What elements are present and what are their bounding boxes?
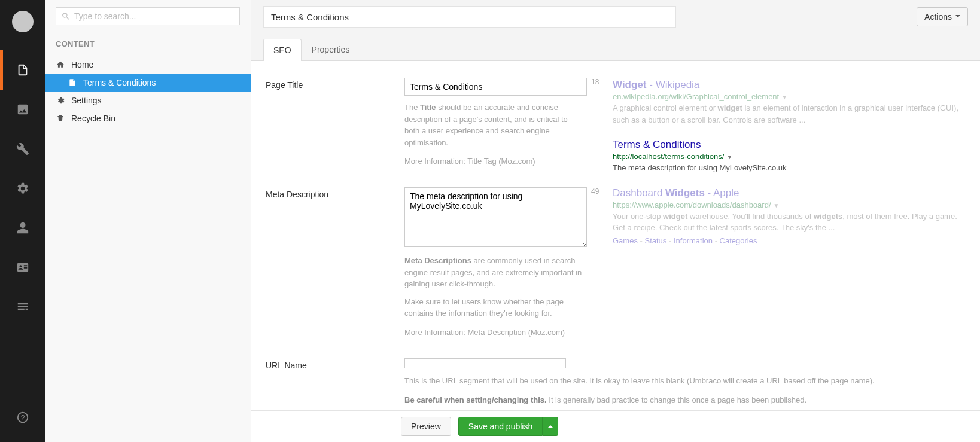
serp-title: Dashboard Widgets - Apple [613, 187, 966, 199]
gear-icon [16, 182, 29, 195]
tree-item-label: Settings [71, 96, 102, 105]
serp-links: Games - Status - Information - Categorie… [613, 236, 966, 245]
serp-item-active: Terms & Conditions http://localhost/term… [613, 139, 966, 174]
chevron-down-icon: ▼ [726, 154, 732, 160]
serp-url: en.wikipedia.org/wiki/Graphical_control_… [613, 92, 966, 101]
tree-item-terms[interactable]: Terms & Conditions [45, 74, 251, 92]
serp-url: http://localhost/terms-conditions/▼ [613, 152, 966, 161]
serp-title: Terms & Conditions [613, 139, 966, 151]
serp-url: https://www.apple.com/downloads/dashboar… [613, 200, 966, 209]
footer-bar: Preview Save and publish [251, 410, 980, 442]
save-publish-toggle[interactable] [543, 417, 558, 436]
more-info: More Information: Title Tag (Moz.com) [404, 157, 589, 166]
content-tree: Home Terms & Conditions Settings Recycle… [45, 53, 251, 127]
svg-text:?: ? [20, 414, 25, 422]
nav-forms[interactable] [0, 287, 45, 327]
help-text: Meta Descriptions are commonly used in s… [404, 255, 584, 290]
preview-button[interactable]: Preview [401, 417, 451, 436]
serp-item: Widget - Wikipedia en.wikipedia.org/wiki… [613, 79, 966, 126]
user-icon [16, 221, 29, 234]
serp-desc: The meta description for using MyLovelyS… [613, 162, 966, 174]
tab-seo[interactable]: SEO [263, 39, 302, 61]
serp-title: Widget - Wikipedia [613, 79, 966, 91]
page-title-input[interactable] [404, 78, 587, 96]
nav-media[interactable] [0, 90, 45, 129]
avatar[interactable] [12, 11, 34, 32]
serp-item: Dashboard Widgets - Apple https://www.ap… [613, 187, 966, 245]
section-label: CONTENT [45, 32, 251, 53]
chevron-down-icon: ▼ [781, 94, 787, 100]
trash-icon [56, 114, 65, 123]
tree-item-label: Recycle Bin [71, 114, 115, 123]
url-help-block: This is the URL segment that will be use… [251, 368, 980, 410]
meta-description-input[interactable] [404, 187, 587, 247]
more-info-link[interactable]: Meta Description (Moz.com) [468, 328, 565, 337]
save-publish-split: Save and publish [458, 417, 558, 436]
id-card-icon [16, 261, 29, 274]
help-icon: ? [16, 411, 29, 424]
nav-developer[interactable] [0, 169, 45, 208]
more-info-link[interactable]: Title Tag (Moz.com) [467, 157, 535, 166]
tab-content: Page Title 18 The Title should be an acc… [251, 61, 980, 417]
help-text: The Title should be an accurate and conc… [404, 102, 584, 148]
save-publish-button[interactable]: Save and publish [458, 417, 543, 436]
nav-members[interactable] [0, 248, 45, 287]
char-counter: 49 [591, 187, 599, 196]
tree-item-label: Home [71, 60, 93, 69]
document-icon [68, 78, 77, 87]
serp-desc: Your one-stop widget warehouse. You'll f… [613, 211, 966, 234]
nav-content[interactable] [0, 50, 45, 90]
tree-item-home[interactable]: Home [45, 56, 251, 74]
field-label: Page Title [266, 78, 391, 166]
cog-icon [56, 96, 65, 105]
main-content: Actions SEO Properties Page Title 18 The… [251, 0, 980, 442]
tree-panel: CONTENT Home Terms & Conditions Settings… [45, 0, 251, 442]
actions-button[interactable]: Actions [917, 7, 968, 26]
tree-item-label: Terms & Conditions [83, 78, 156, 87]
more-info: More Information: Meta Description (Moz.… [404, 328, 589, 337]
picture-icon [16, 103, 29, 116]
nav-rail: ? [0, 0, 45, 442]
wrench-icon [16, 142, 29, 156]
document-icon [16, 63, 29, 77]
page-name-input[interactable] [263, 6, 676, 28]
topbar: Actions [251, 0, 980, 28]
search-input[interactable] [56, 7, 240, 25]
nav-settings[interactable] [0, 129, 45, 169]
nav-help[interactable]: ? [0, 398, 45, 437]
tree-item-recycle[interactable]: Recycle Bin [45, 109, 251, 127]
form-icon [16, 300, 29, 313]
tabs: SEO Properties [251, 28, 980, 61]
nav-users[interactable] [0, 208, 45, 248]
serp-preview: Widget - Wikipedia en.wikipedia.org/wiki… [613, 78, 966, 411]
tree-item-settings[interactable]: Settings [45, 92, 251, 109]
char-counter: 18 [591, 78, 599, 86]
serp-desc: A graphical control element or widget is… [613, 102, 966, 126]
chevron-down-icon: ▼ [774, 202, 780, 209]
field-meta-description: Meta Description 49 Meta Descriptions ar… [266, 187, 589, 337]
field-label: Meta Description [266, 187, 391, 337]
help-text: Make sure to let users know whether the … [404, 296, 584, 319]
actions-label: Actions [924, 12, 952, 22]
home-icon [56, 60, 65, 69]
caret-down-icon [955, 12, 960, 22]
field-page-title: Page Title 18 The Title should be an acc… [266, 78, 589, 166]
tab-properties[interactable]: Properties [302, 38, 360, 60]
